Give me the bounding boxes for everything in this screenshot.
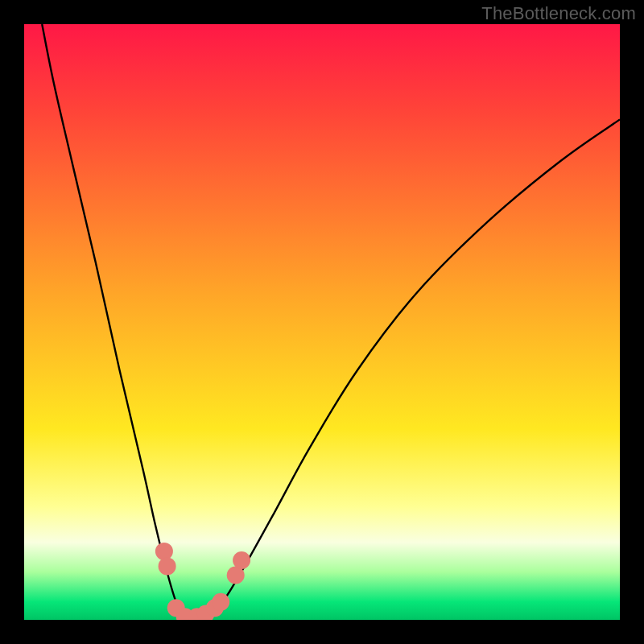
curve-layer	[24, 24, 620, 620]
chart-frame: TheBottleneck.com	[0, 0, 644, 644]
bottleneck-curve	[42, 24, 620, 620]
data-marker	[212, 593, 229, 611]
data-marker	[159, 557, 176, 575]
data-marker	[155, 543, 173, 560]
watermark-text: TheBottleneck.com	[481, 3, 636, 24]
plot-area	[24, 24, 620, 620]
data-marker	[233, 551, 250, 569]
